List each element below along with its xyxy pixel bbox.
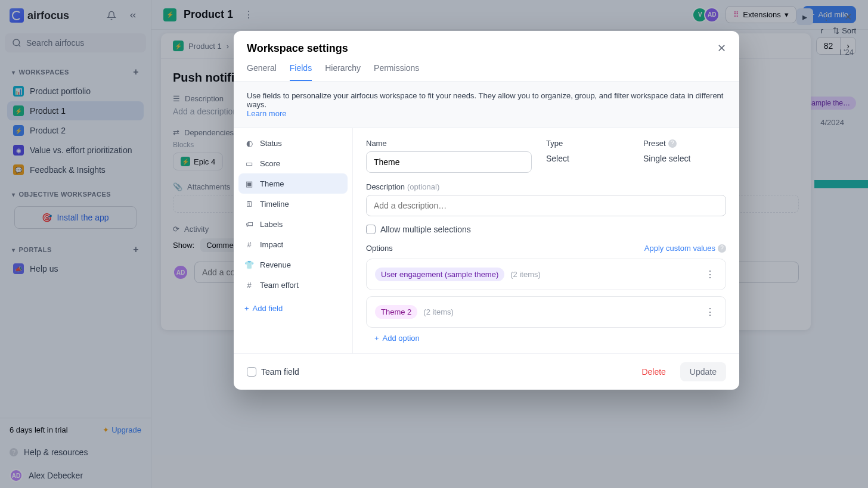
- field-detail: Name Type Select Preset? Single select D…: [353, 128, 739, 353]
- plus-icon: +: [374, 334, 379, 343]
- label-icon: 🏷: [244, 219, 254, 229]
- option-menu-icon[interactable]: ⋮: [703, 266, 717, 282]
- theme-icon: ▣: [244, 179, 254, 188]
- status-icon: ◐: [244, 138, 254, 148]
- help-icon: ?: [718, 244, 726, 253]
- tab-general[interactable]: General: [247, 63, 277, 81]
- options-label: Options: [366, 244, 393, 253]
- plus-icon: +: [244, 304, 249, 313]
- name-label: Name: [366, 139, 532, 148]
- delete-button[interactable]: Delete: [633, 362, 674, 381]
- name-input[interactable]: [366, 151, 532, 173]
- tab-permissions[interactable]: Permissions: [374, 63, 419, 81]
- learn-more-link[interactable]: Learn more: [247, 109, 286, 118]
- field-item-revenue[interactable]: 👕Revenue: [238, 254, 348, 275]
- tab-hierarchy[interactable]: Hierarchy: [325, 63, 361, 81]
- field-item-labels[interactable]: 🏷Labels: [238, 214, 348, 234]
- workspace-settings-modal: Workspace settings ✕ General Fields Hier…: [234, 31, 739, 390]
- description-input[interactable]: [366, 195, 726, 216]
- option-menu-icon[interactable]: ⋮: [703, 304, 717, 320]
- field-list: ◐Status ▭Score ▣Theme 🗓Timeline 🏷Labels …: [234, 128, 353, 353]
- description-label: Description (optional): [366, 182, 726, 191]
- option-count: (2 items): [510, 270, 541, 279]
- modal-title: Workspace settings: [247, 42, 348, 55]
- option-count: (2 items): [423, 307, 454, 316]
- close-icon[interactable]: ✕: [717, 42, 726, 55]
- type-value: Select: [546, 154, 629, 163]
- revenue-icon: 👕: [244, 260, 254, 269]
- field-item-timeline[interactable]: 🗓Timeline: [238, 194, 348, 214]
- apply-custom-values-link[interactable]: Apply custom values?: [644, 244, 726, 253]
- field-item-theme[interactable]: ▣Theme: [238, 173, 348, 194]
- timeline-icon: 🗓: [244, 199, 254, 209]
- modal-hint: Use fields to personalize your airfocus …: [234, 82, 739, 128]
- option-row: Theme 2(2 items) ⋮: [366, 296, 726, 328]
- hash-icon: #: [244, 240, 254, 249]
- update-button[interactable]: Update: [680, 362, 726, 381]
- modal-tabs: General Fields Hierarchy Permissions: [234, 55, 739, 82]
- multiple-selections-checkbox[interactable]: Allow multiple selections: [366, 225, 726, 234]
- checkbox-icon: [247, 367, 256, 377]
- hash-icon: #: [244, 280, 254, 290]
- field-item-score[interactable]: ▭Score: [238, 153, 348, 173]
- field-item-team-effort[interactable]: #Team effort: [238, 275, 348, 295]
- tab-fields[interactable]: Fields: [290, 63, 312, 81]
- preset-label: Preset?: [643, 139, 726, 148]
- preset-value: Single select: [643, 154, 726, 163]
- type-label: Type: [546, 139, 629, 148]
- team-field-checkbox[interactable]: Team field: [247, 367, 299, 377]
- field-item-impact[interactable]: #Impact: [238, 234, 348, 254]
- add-option-button[interactable]: +Add option: [366, 334, 726, 343]
- checkbox-icon: [366, 225, 376, 234]
- option-row: User engagement (sample theme)(2 items) …: [366, 259, 726, 290]
- option-chip[interactable]: Theme 2: [375, 305, 417, 319]
- help-icon[interactable]: ?: [668, 139, 677, 148]
- score-icon: ▭: [244, 158, 254, 168]
- add-field-button[interactable]: +Add field: [238, 299, 348, 318]
- option-chip[interactable]: User engagement (sample theme): [375, 268, 504, 281]
- field-item-status[interactable]: ◐Status: [238, 133, 348, 153]
